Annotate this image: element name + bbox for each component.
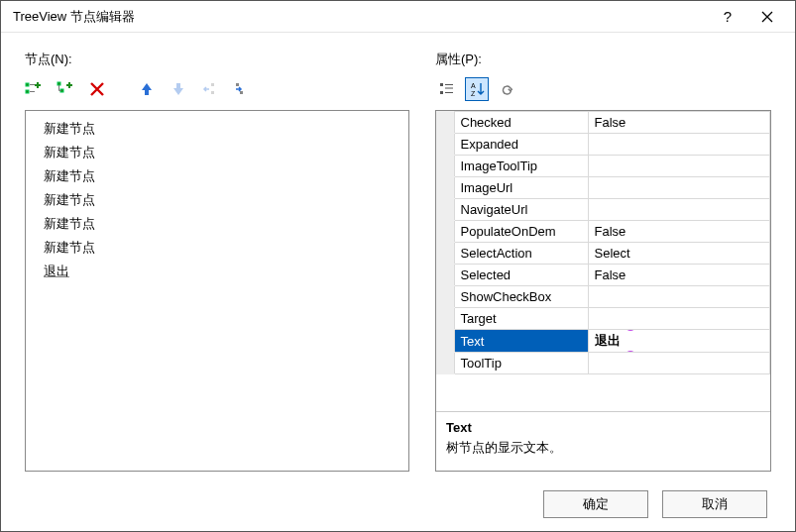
- property-value[interactable]: False: [588, 112, 770, 134]
- property-value[interactable]: [588, 134, 770, 156]
- svg-rect-1: [26, 90, 29, 93]
- svg-rect-4: [211, 83, 214, 86]
- property-row[interactable]: Target: [436, 308, 770, 330]
- svg-text:A: A: [471, 82, 476, 89]
- property-name: SelectAction: [454, 243, 588, 265]
- svg-rect-6: [236, 83, 239, 86]
- categorized-view-button[interactable]: [435, 77, 459, 101]
- property-value[interactable]: [588, 308, 770, 330]
- property-value[interactable]: Select: [588, 243, 770, 265]
- property-name: ImageUrl: [454, 177, 588, 199]
- property-name: Target: [454, 308, 588, 330]
- property-name: ShowCheckBox: [454, 286, 588, 308]
- property-name: NavigateUrl: [454, 199, 588, 221]
- tree-node[interactable]: 新建节点: [28, 212, 406, 236]
- property-name: Expanded: [454, 134, 588, 156]
- property-value[interactable]: [588, 177, 770, 199]
- desc-name: Text: [446, 420, 760, 435]
- property-name: Text: [454, 330, 588, 353]
- property-row[interactable]: SelectedFalse: [436, 265, 770, 286]
- move-down-button: [170, 80, 187, 98]
- property-description-pane: Text 树节点的显示文本。: [436, 411, 770, 471]
- indent-button[interactable]: [233, 80, 251, 98]
- property-grid[interactable]: CheckedFalseExpandedImageToolTipImageUrl…: [436, 111, 770, 411]
- nodes-tree[interactable]: 新建节点新建节点新建节点新建节点新建节点新建节点退出: [25, 110, 409, 472]
- property-row[interactable]: ToolTip: [436, 353, 770, 374]
- add-child-node-button[interactable]: [57, 80, 74, 98]
- property-value[interactable]: [588, 156, 770, 177]
- property-row[interactable]: PopulateOnDemFalse: [436, 221, 770, 243]
- property-value[interactable]: [588, 286, 770, 308]
- svg-text:Z: Z: [471, 90, 476, 97]
- svg-rect-7: [240, 91, 243, 94]
- tree-node[interactable]: 新建节点: [28, 141, 406, 164]
- tree-node[interactable]: 新建节点: [28, 117, 406, 141]
- property-row[interactable]: ImageToolTip: [436, 156, 770, 177]
- property-value[interactable]: 退出: [588, 330, 770, 353]
- desc-text: 树节点的显示文本。: [446, 439, 760, 457]
- property-row[interactable]: NavigateUrl: [436, 199, 770, 221]
- property-row[interactable]: Expanded: [436, 134, 770, 156]
- svg-rect-5: [211, 91, 214, 94]
- svg-rect-0: [26, 83, 29, 86]
- ok-button[interactable]: 确定: [543, 490, 648, 518]
- property-value[interactable]: False: [588, 265, 770, 286]
- help-button[interactable]: ?: [708, 1, 747, 33]
- nodes-label: 节点(N):: [25, 51, 409, 68]
- tree-node[interactable]: 新建节点: [28, 236, 406, 260]
- property-name: ToolTip: [454, 353, 588, 374]
- close-icon: [761, 11, 773, 23]
- property-row[interactable]: ImageUrl: [436, 177, 770, 199]
- svg-rect-8: [440, 83, 443, 86]
- property-name: ImageToolTip: [454, 156, 588, 177]
- properties-label: 属性(P):: [435, 51, 771, 68]
- move-up-button[interactable]: [138, 80, 156, 98]
- svg-rect-2: [57, 82, 60, 85]
- property-pages-button[interactable]: [495, 77, 518, 101]
- property-row[interactable]: ShowCheckBox: [436, 286, 770, 308]
- properties-toolbar: AZ: [435, 74, 771, 104]
- property-name: Selected: [454, 265, 588, 286]
- close-button[interactable]: [747, 1, 787, 33]
- window-title: TreeView 节点编辑器: [13, 8, 708, 26]
- alphabetical-view-button[interactable]: AZ: [465, 77, 489, 101]
- svg-rect-9: [440, 91, 443, 94]
- outdent-button: [201, 80, 219, 98]
- property-name: Checked: [454, 112, 588, 134]
- cancel-label: 取消: [702, 495, 728, 513]
- property-row[interactable]: CheckedFalse: [436, 112, 770, 134]
- nodes-toolbar: [25, 74, 409, 104]
- property-value[interactable]: [588, 353, 770, 374]
- cancel-button[interactable]: 取消: [662, 490, 767, 518]
- delete-node-button[interactable]: [88, 80, 106, 98]
- tree-node[interactable]: 新建节点: [28, 188, 406, 212]
- property-value[interactable]: [588, 199, 770, 221]
- add-root-node-button[interactable]: [25, 80, 43, 98]
- ok-label: 确定: [583, 495, 609, 513]
- tree-node[interactable]: 新建节点: [28, 164, 406, 188]
- tree-node[interactable]: 退出: [28, 260, 406, 283]
- property-row[interactable]: SelectActionSelect: [436, 243, 770, 265]
- property-row[interactable]: Text退出: [436, 330, 770, 353]
- property-value[interactable]: False: [588, 221, 770, 243]
- property-name: PopulateOnDem: [454, 221, 588, 243]
- titlebar: TreeView 节点编辑器 ?: [1, 1, 795, 33]
